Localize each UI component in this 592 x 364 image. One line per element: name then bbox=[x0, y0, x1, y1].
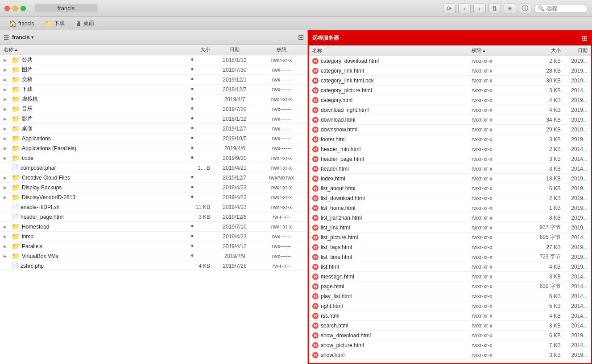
expand-icon[interactable]: ▶ bbox=[4, 97, 10, 102]
table-row[interactable]: H page.html rwxr-xr-x 639 字节 2014... bbox=[309, 282, 591, 291]
table-row[interactable]: ▶ 📁 lnmp • 2019/4/23 rwx------ bbox=[0, 232, 307, 241]
table-row[interactable]: ▶ 📁 Creative Cloud Files • 2019/12/7 rwx… bbox=[0, 173, 307, 183]
forward-button[interactable]: › bbox=[473, 4, 486, 13]
tab-downloads[interactable]: 📁 下载 bbox=[40, 18, 69, 29]
table-row[interactable]: H header_min.html rwxr-xr-x 2 KB 2014... bbox=[309, 144, 591, 154]
address-bar[interactable]: francis bbox=[35, 4, 97, 12]
file-date: 2014... bbox=[561, 156, 588, 162]
table-row[interactable]: ▶ 📁 公共 • 2018/1/12 rwxr-xr-x bbox=[0, 55, 307, 65]
table-row[interactable]: ▶ 📁 Parallels • 2019/4/12 rwx------ bbox=[0, 241, 307, 251]
expand-icon[interactable]: ▶ bbox=[4, 117, 10, 121]
back-button[interactable]: ‹ bbox=[458, 4, 471, 13]
table-row[interactable]: ▶ 📁 影片 • 2018/1/12 rwx------ bbox=[0, 114, 307, 124]
minimize-button[interactable] bbox=[12, 6, 18, 11]
table-row[interactable]: H search.html rwxr-xr-x 3 KB 2014... bbox=[309, 321, 591, 331]
expand-icon[interactable]: ▶ bbox=[4, 68, 10, 72]
col-size-header[interactable]: 大小 bbox=[174, 46, 210, 53]
expand-icon[interactable]: ▶ bbox=[4, 156, 10, 160]
table-row[interactable]: ▶ 📁 Applications • 2019/10/5 rwx------ bbox=[0, 134, 307, 143]
table-row[interactable]: H category.html rwxr-xr-x 4 KB 2019... bbox=[309, 95, 591, 105]
expand-icon[interactable]: ▶ bbox=[4, 87, 10, 92]
table-row[interactable]: ▶ 📁 虚拟机 • 2019/4/7 rwxr-xr-x bbox=[0, 94, 307, 104]
table-row[interactable]: H category_link.html rwxr-xr-x 28 KB 201… bbox=[309, 66, 591, 76]
table-row[interactable]: H list_home.html rwxr-xr-x 1 KB 2019... bbox=[309, 203, 591, 213]
search-box[interactable]: 🔍 bbox=[534, 4, 588, 13]
expand-icon[interactable]: ▶ bbox=[4, 127, 10, 131]
right-grid-icon[interactable]: ⊞ bbox=[582, 34, 588, 42]
col-date-header[interactable]: 日期 bbox=[210, 46, 259, 53]
table-row[interactable]: ▶ 📁 图片 • 2019/7/30 rwx------ bbox=[0, 65, 307, 75]
rcol-perm-header[interactable]: 权限 ▲ bbox=[472, 47, 521, 54]
table-row[interactable]: 📄 header_page.html 3 KB 2019/12/6 rw-r--… bbox=[0, 212, 307, 222]
table-row[interactable]: 📄 enable-HiDPI.sh 11 KB 2019/4/23 rwxr-x… bbox=[0, 202, 307, 212]
table-row[interactable]: H header_page.html rwxr-xr-x 3 KB 2014..… bbox=[309, 154, 591, 164]
table-row[interactable]: H rss.html rwxr-xr-x 4 KB 2014... bbox=[309, 311, 591, 321]
search-input[interactable] bbox=[546, 5, 582, 12]
right-column-headers: 名称 权限 ▲ 大小 日期 bbox=[309, 45, 591, 56]
expand-icon[interactable]: ▶ bbox=[4, 78, 10, 82]
table-row[interactable]: ▶ 📁 音乐 • 2019/7/30 rwx------ bbox=[0, 104, 307, 114]
table-row[interactable]: H list_picture.html rwxr-xr-x 695 字节 201… bbox=[309, 233, 591, 242]
table-row[interactable]: ▶ 📁 DisplayVendorID-2613 • 2019/4/23 rwx… bbox=[0, 192, 307, 202]
table-row[interactable]: H list_about.html rwxr-xr-x 6 KB 2019... bbox=[309, 184, 591, 193]
table-row[interactable]: H downshow.html rwxr-xr-x 29 KB 2019... bbox=[309, 125, 591, 135]
table-row[interactable]: H show_picture.html rwxr-xr-x 7 KB 2014.… bbox=[309, 340, 591, 350]
grid-view-icon[interactable]: ⊞ bbox=[298, 33, 304, 41]
table-row[interactable]: H show_download.html rwxr-xr-x 6 KB 2019… bbox=[309, 331, 591, 340]
col-perm-header[interactable]: 权限 bbox=[259, 46, 304, 53]
star-button[interactable]: ✳ bbox=[504, 4, 516, 13]
col-name-header[interactable]: 名称 ▲ bbox=[4, 46, 174, 53]
rcol-name-header[interactable]: 名称 bbox=[312, 47, 472, 54]
table-row[interactable]: H category_picture.html rwxr-xr-x 3 KB 2… bbox=[309, 86, 591, 95]
table-row[interactable]: ▶ 📁 VirtualBox VMs • 2019/7/9 rwx------ bbox=[0, 251, 307, 261]
chevron-down-icon[interactable]: ▾ bbox=[31, 35, 33, 40]
table-row[interactable]: H message.html rwxr-xr-x 3 KB 2014... bbox=[309, 272, 591, 282]
table-row[interactable]: H play_list.html rwxr-xr-x 6 KB 2014... bbox=[309, 291, 591, 301]
table-row[interactable]: ▶ 📁 code • 2019/9/20 rwxr-xr-x bbox=[0, 153, 307, 163]
table-row[interactable]: ▶ 📁 下载 • 2019/12/7 rwx------ bbox=[0, 85, 307, 94]
expand-icon[interactable]: ▶ bbox=[4, 234, 10, 239]
table-row[interactable]: H download.html rwxr-xr-x 34 KB 2019... bbox=[309, 115, 591, 125]
table-row[interactable]: ▶ 📁 Applications (Parallels) • 2019/4/6 … bbox=[0, 143, 307, 153]
table-row[interactable]: H list_tags.html rwxr-xr-x 27 KB 2019... bbox=[309, 242, 591, 252]
expand-icon[interactable]: ▶ bbox=[4, 58, 10, 62]
rcol-size-header[interactable]: 大小 bbox=[521, 47, 561, 54]
table-row[interactable]: H header.html rwxr-xr-x 3 KB 2014... bbox=[309, 164, 591, 174]
info-button[interactable]: ⓘ bbox=[519, 4, 531, 13]
table-row[interactable]: H download_right.html rwxr-xr-x 4 KB 201… bbox=[309, 105, 591, 115]
table-row[interactable]: H show.html rwxr-xr-x 3 KB 2019... bbox=[309, 350, 591, 360]
table-row[interactable]: H index.html rwxr-xr-x 18 KB 2019... bbox=[309, 174, 591, 184]
table-row[interactable]: 📄 zshrc.php 4 KB 2019/7/28 rw-r--r-- bbox=[0, 261, 307, 271]
table-row[interactable]: 📄 composer.phar 1....B 2019/4/21 rwxr-xr… bbox=[0, 163, 307, 173]
table-row[interactable]: H list_jianzhan.html rwxr-xr-x 8 KB 2019… bbox=[309, 213, 591, 223]
close-button[interactable] bbox=[4, 6, 10, 11]
table-row[interactable]: H footer.html rwxr-xr-x 3 KB 2019... bbox=[309, 135, 591, 144]
rcol-date-header[interactable]: 日期 bbox=[561, 47, 588, 54]
expand-icon[interactable]: ▶ bbox=[4, 146, 10, 151]
expand-icon[interactable]: ▶ bbox=[4, 176, 10, 180]
table-row[interactable]: H list_download.html rwxr-xr-x 2 KB 2019… bbox=[309, 193, 591, 203]
table-row[interactable]: H list_link.html rwxr-xr-x 937 字节 2019..… bbox=[309, 223, 591, 233]
sort-button[interactable]: ⇅ bbox=[489, 4, 501, 13]
expand-icon[interactable]: ▶ bbox=[4, 185, 10, 190]
expand-icon[interactable]: ▶ bbox=[4, 244, 10, 249]
expand-icon[interactable]: ▶ bbox=[4, 136, 10, 141]
right-pane-header: 远程服务器 ⊞ bbox=[309, 31, 591, 45]
table-row[interactable]: ▶ 📁 桌面 • 2019/12/7 rwx------ bbox=[0, 124, 307, 134]
tab-desktop[interactable]: 🖥 桌面 bbox=[71, 18, 99, 29]
table-row[interactable]: ▶ 📁 Display-Backups • 2019/4/23 rwxr-xr-… bbox=[0, 183, 307, 192]
tab-francis[interactable]: 🏠 francis bbox=[4, 19, 38, 29]
table-row[interactable]: H list.html rwxr-xr-x 4 KB 2019... bbox=[309, 262, 591, 272]
table-row[interactable]: H list_time.html rwxr-xr-x 723 字节 2019..… bbox=[309, 252, 591, 262]
table-row[interactable]: H category_download.html rwxr-xr-x 2 KB … bbox=[309, 56, 591, 66]
expand-icon[interactable]: ▶ bbox=[4, 225, 10, 229]
table-row[interactable]: H right.html rwxr-xr-x 5 KB 2014... bbox=[309, 301, 591, 311]
refresh-button[interactable]: ⟳ bbox=[443, 4, 455, 13]
expand-icon[interactable]: ▶ bbox=[4, 254, 10, 258]
table-row[interactable]: ▶ 📁 Homestead • 2019/7/10 rwxr-xr-x bbox=[0, 222, 307, 232]
table-row[interactable]: ▶ 📁 文稿 • 2019/12/1 rwx------ bbox=[0, 75, 307, 85]
maximize-button[interactable] bbox=[21, 6, 26, 11]
table-row[interactable]: H category_link.html.bck rwxr-xr-x 30 KB… bbox=[309, 76, 591, 86]
expand-icon[interactable]: ▶ bbox=[4, 107, 10, 111]
expand-icon[interactable]: ▶ bbox=[4, 195, 10, 200]
